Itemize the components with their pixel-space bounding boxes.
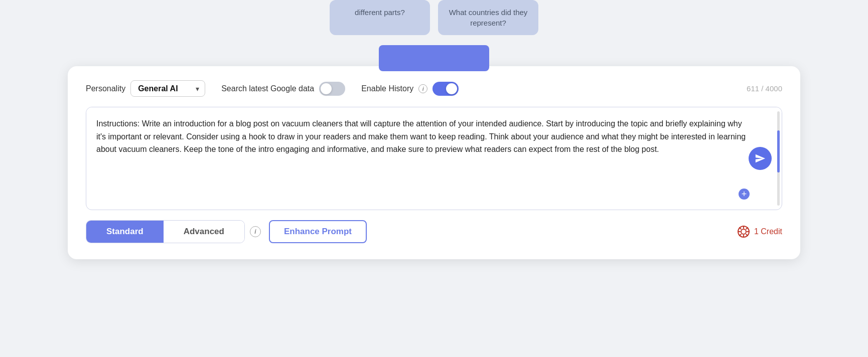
svg-point-1	[741, 229, 746, 234]
scrollbar-track	[777, 111, 780, 206]
generate-button-area	[0, 45, 868, 71]
suggestion-card-2-text: What countries did they represent?	[449, 8, 528, 27]
suggestion-card-1-text: different parts?	[355, 8, 405, 17]
standard-mode-button[interactable]: Standard	[86, 221, 164, 243]
personality-group: Personality General AIProfessionalCreati…	[86, 80, 205, 97]
enhance-prompt-button[interactable]: Enhance Prompt	[269, 220, 367, 243]
main-textarea[interactable]	[86, 107, 782, 208]
enable-history-knob	[446, 83, 457, 94]
credit-text: 1 Credit	[754, 227, 782, 236]
enable-history-toggle[interactable]	[432, 82, 459, 96]
svg-line-9	[740, 234, 741, 236]
mode-buttons: Standard Advanced	[86, 220, 245, 243]
textarea-wrapper: +	[86, 107, 782, 210]
send-icon	[755, 153, 766, 164]
enable-history-info-icon[interactable]: i	[418, 84, 427, 93]
credit-icon	[737, 225, 750, 238]
advanced-mode-button[interactable]: Advanced	[164, 221, 244, 243]
svg-line-8	[746, 228, 748, 229]
personality-label: Personality	[86, 84, 125, 93]
generate-top-button[interactable]	[379, 45, 489, 71]
search-google-track	[319, 82, 345, 96]
search-google-group: Search latest Google data	[221, 82, 345, 96]
textarea-scrollbar[interactable]	[775, 107, 782, 210]
svg-line-7	[746, 234, 748, 236]
scrollbar-thumb	[777, 130, 780, 173]
plus-icon[interactable]: +	[739, 189, 750, 200]
suggestion-card-1[interactable]: different parts?	[330, 0, 430, 35]
suggestion-cards-area: different parts? What countries did they…	[0, 0, 868, 45]
char-count: 611 / 4000	[747, 84, 782, 93]
search-google-toggle[interactable]	[319, 82, 345, 96]
controls-row: Personality General AIProfessionalCreati…	[86, 80, 782, 97]
credit-group: 1 Credit	[737, 225, 782, 238]
search-google-knob	[321, 83, 332, 94]
main-panel: Personality General AIProfessionalCreati…	[68, 66, 800, 259]
search-google-label: Search latest Google data	[221, 84, 314, 93]
svg-line-6	[740, 228, 741, 229]
bottom-row: Standard Advanced i Enhance Prompt 1 Cre…	[86, 220, 782, 243]
mode-info-icon[interactable]: i	[250, 226, 261, 237]
enable-history-group: Enable History i	[361, 82, 459, 96]
personality-select-wrapper[interactable]: General AIProfessionalCreativeCasual	[130, 80, 205, 97]
enable-history-label: Enable History	[361, 84, 413, 93]
personality-select[interactable]: General AIProfessionalCreativeCasual	[130, 80, 205, 97]
suggestion-card-2[interactable]: What countries did they represent?	[438, 0, 538, 35]
enable-history-track	[432, 82, 459, 96]
send-button[interactable]	[749, 147, 772, 170]
